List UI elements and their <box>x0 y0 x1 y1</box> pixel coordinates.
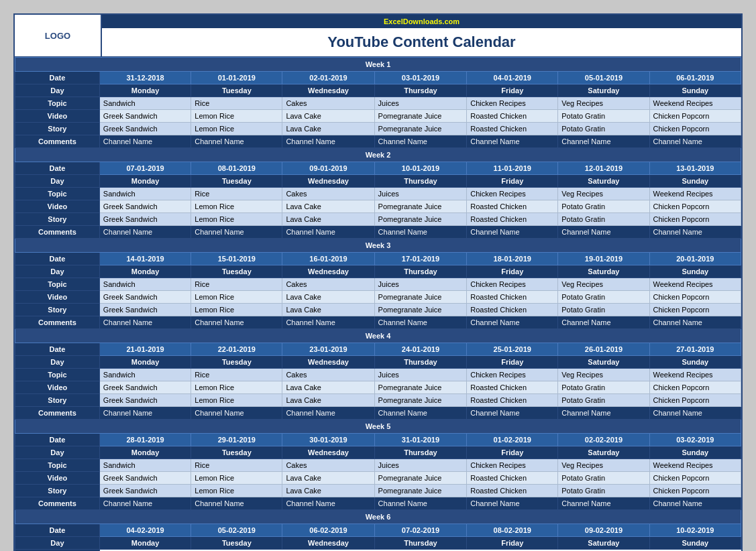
date-row: Date21-01-201922-01-201923-01-201924-01-… <box>15 343 741 356</box>
table-cell: Topic <box>15 188 100 200</box>
table-cell: Veg Recipes <box>558 278 649 291</box>
table-cell: Cakes <box>282 188 374 200</box>
table-cell: 07-01-2019 <box>99 162 191 175</box>
table-cell: Lava Cake <box>282 304 374 316</box>
table-cell: Date <box>15 253 100 265</box>
table-cell: Monday <box>99 265 191 278</box>
table-cell: Channel Name <box>282 226 374 239</box>
table-cell: Date <box>15 524 100 537</box>
table-cell: Story <box>15 304 100 316</box>
table-cell: Topic <box>15 459 100 472</box>
table-cell: Comments <box>15 497 100 510</box>
week-label: Week 6 <box>15 510 741 524</box>
day-row: DayMondayTuesdayWednesdayThursdayFridayS… <box>15 537 741 550</box>
table-cell: Channel Name <box>558 497 649 510</box>
table-cell: 29-01-2019 <box>191 434 282 446</box>
table-cell: Comments <box>15 135 100 148</box>
table-cell: Juices <box>374 459 467 472</box>
table-cell: Rice <box>191 278 282 291</box>
table-cell: Wednesday <box>282 265 374 278</box>
table-cell: 11-01-2019 <box>467 162 558 175</box>
table-cell: Saturday <box>558 446 649 459</box>
table-cell: 23-01-2019 <box>282 343 374 356</box>
table-cell: Channel Name <box>99 135 191 148</box>
table-cell: Roasted Chicken <box>467 291 558 304</box>
table-cell: Channel Name <box>282 135 374 148</box>
table-cell: Sunday <box>649 446 741 459</box>
table-cell: Potato Gratin <box>558 213 649 226</box>
table-cell: 10-01-2019 <box>374 162 467 175</box>
table-cell: Chicken Popcorn <box>649 394 741 407</box>
logo: LOGO <box>15 15 102 56</box>
table-cell: Monday <box>99 446 191 459</box>
table-cell: Channel Name <box>649 135 741 148</box>
table-cell: Weekend Recipes <box>649 97 741 110</box>
video-row: VideoGreek SandwichLemon RiceLava CakePo… <box>15 291 741 304</box>
day-row: DayMondayTuesdayWednesdayThursdayFridayS… <box>15 84 741 97</box>
table-cell: Date <box>15 72 100 84</box>
table-cell: Thursday <box>374 356 467 369</box>
table-cell: Saturday <box>558 175 649 188</box>
table-cell: Roasted Chicken <box>467 381 558 394</box>
table-cell: Lava Cake <box>282 381 374 394</box>
table-cell: Cakes <box>282 369 374 381</box>
table-cell: Channel Name <box>374 316 467 329</box>
table-cell: Story <box>15 485 100 497</box>
table-cell: Lava Cake <box>282 485 374 497</box>
table-cell: Veg Recipes <box>558 459 649 472</box>
table-cell: Sandwich <box>99 459 191 472</box>
table-cell: Friday <box>467 356 558 369</box>
table-cell: 02-01-2019 <box>282 72 374 84</box>
table-cell: 03-01-2019 <box>374 72 467 84</box>
table-cell: 06-01-2019 <box>649 72 741 84</box>
table-cell: 24-01-2019 <box>374 343 467 356</box>
table-cell: Chicken Recipes <box>467 369 558 381</box>
table-cell: Tuesday <box>191 537 282 550</box>
comments-row: CommentsChannel NameChannel NameChannel … <box>15 316 741 329</box>
day-row: DayMondayTuesdayWednesdayThursdayFridayS… <box>15 265 741 278</box>
table-cell: 03-02-2019 <box>649 434 741 446</box>
table-cell: Rice <box>191 459 282 472</box>
table-cell: Saturday <box>558 265 649 278</box>
table-cell: Potato Gratin <box>558 291 649 304</box>
table-cell: Monday <box>99 84 191 97</box>
table-cell: Date <box>15 434 100 446</box>
topic-row: TopicSandwichRiceCakesJuicesChicken Reci… <box>15 278 741 291</box>
table-cell: Sandwich <box>99 369 191 381</box>
table-cell: Channel Name <box>282 316 374 329</box>
table-cell: Comments <box>15 407 100 420</box>
comments-row: CommentsChannel NameChannel NameChannel … <box>15 135 741 148</box>
table-cell: Greek Sandwich <box>99 381 191 394</box>
table-cell: Day <box>15 265 100 278</box>
comments-row: CommentsChannel NameChannel NameChannel … <box>15 226 741 239</box>
table-cell: Channel Name <box>374 135 467 148</box>
table-cell: Tuesday <box>191 84 282 97</box>
table-cell: Roasted Chicken <box>467 200 558 213</box>
table-cell: Chicken Popcorn <box>649 123 741 135</box>
table-cell: Greek Sandwich <box>99 291 191 304</box>
table-cell: Potato Gratin <box>558 381 649 394</box>
table-cell: Cakes <box>282 278 374 291</box>
table-cell: Channel Name <box>191 226 282 239</box>
week-separator: Week 4 <box>15 329 741 343</box>
table-cell: Roasted Chicken <box>467 304 558 316</box>
table-cell: Wednesday <box>282 537 374 550</box>
table-cell: Chicken Recipes <box>467 97 558 110</box>
table-cell: Pomegranate Juice <box>374 200 467 213</box>
table-cell: Chicken Popcorn <box>649 291 741 304</box>
week-separator: Week 2 <box>15 148 741 162</box>
table-cell: Juices <box>374 97 467 110</box>
table-cell: 14-01-2019 <box>99 253 191 265</box>
table-cell: Video <box>15 110 100 123</box>
table-cell: Wednesday <box>282 175 374 188</box>
week-separator: Week 5 <box>15 420 741 434</box>
table-cell: 07-02-2019 <box>374 524 467 537</box>
table-cell: Thursday <box>374 265 467 278</box>
week-label: Week 3 <box>15 239 741 253</box>
table-cell: Chicken Popcorn <box>649 304 741 316</box>
table-cell: Wednesday <box>282 446 374 459</box>
date-row: Date04-02-201905-02-201906-02-201907-02-… <box>15 524 741 537</box>
table-cell: 02-02-2019 <box>558 434 649 446</box>
table-cell: Pomegranate Juice <box>374 213 467 226</box>
table-cell: 08-02-2019 <box>467 524 558 537</box>
